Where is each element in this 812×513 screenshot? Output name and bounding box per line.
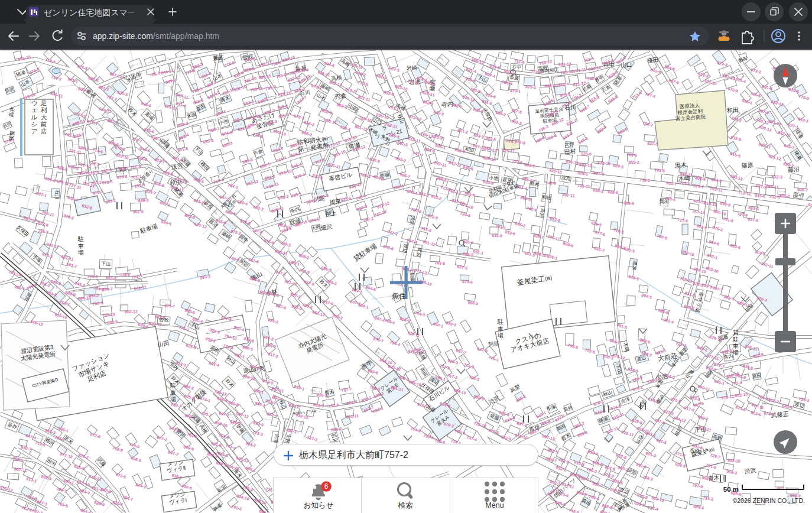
svg-text:app.zip-site.com/smt/app/map.h: app.zip-site.com/smt/app/map.htm xyxy=(93,31,219,41)
svg-text:Menu: Menu xyxy=(485,501,504,509)
svg-text:検索: 検索 xyxy=(398,501,413,509)
svg-text:©2026 ZENRIN CO., LTD.: ©2026 ZENRIN CO., LTD. xyxy=(733,497,805,504)
svg-text:ー: ー xyxy=(126,8,135,17)
svg-text:ゼンリン住宅地図スマ: ゼンリン住宅地図スマ xyxy=(44,8,128,17)
svg-text:6: 6 xyxy=(324,482,329,491)
svg-text:50 m: 50 m xyxy=(723,486,739,493)
svg-text:お知らせ: お知らせ xyxy=(304,501,334,509)
